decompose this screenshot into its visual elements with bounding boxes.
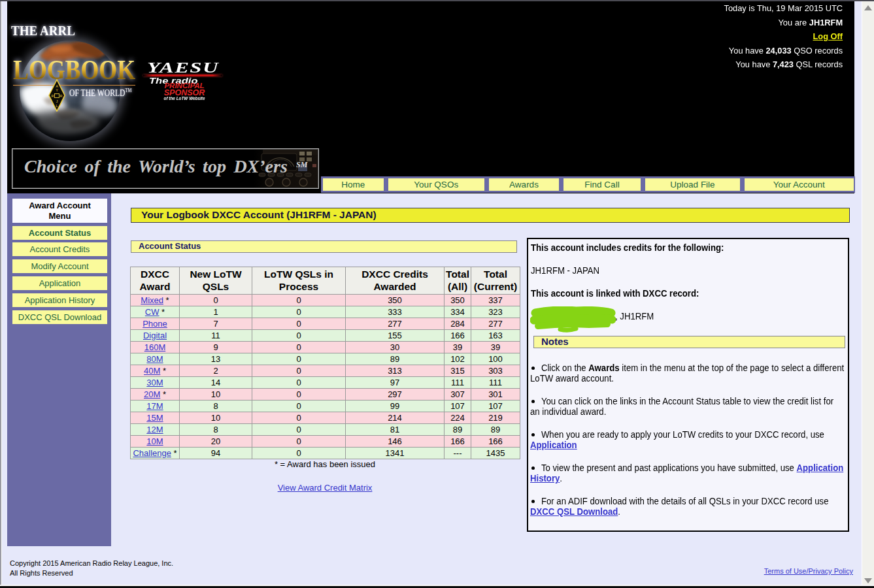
svg-text:R: R [60,94,63,98]
svg-text:J: J [56,99,58,103]
svg-text:L: L [56,104,58,108]
svg-text:R: R [52,94,54,98]
svg-text:Y: Y [56,88,58,92]
svg-text:A: A [56,84,58,88]
